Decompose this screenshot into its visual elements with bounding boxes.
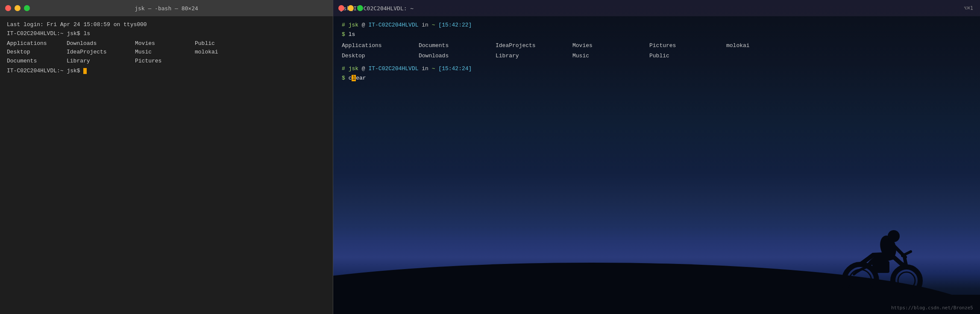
cursor xyxy=(83,68,87,74)
ls-item: Music xyxy=(135,48,195,57)
minimize-button[interactable] xyxy=(15,5,21,11)
host1: IT-C02C204HLVDL xyxy=(368,22,418,28)
ls-right-item: molokai xyxy=(726,41,812,50)
user2: jsk xyxy=(349,65,358,72)
at1: @ xyxy=(362,22,365,28)
ls-right-item: Pictures xyxy=(649,41,726,50)
ls-item: Desktop xyxy=(7,48,67,57)
prompt-ls-line: IT-C02C204HLVDL:~ jsk$ ls xyxy=(7,30,326,39)
block2-prompt-header: # jsk @ IT-C02C204HLVDL in ~ [15:42:24] xyxy=(342,64,971,74)
ls-col-3: Movies Music Pictures xyxy=(135,39,195,66)
ls-item: Applications xyxy=(7,39,67,48)
dollar1: $ xyxy=(342,31,345,38)
hash1: # xyxy=(342,22,345,28)
user1: jsk xyxy=(349,22,358,28)
right-minimize-button[interactable] xyxy=(348,5,354,11)
dir2: ~ xyxy=(432,65,435,72)
ls-item: Movies xyxy=(135,39,195,48)
ls-item: Documents xyxy=(7,57,67,66)
ls-item: Pictures xyxy=(135,57,195,66)
ls-right-item: Music xyxy=(572,51,649,61)
ls-right-item: Downloads xyxy=(419,51,496,61)
cmd1: ls xyxy=(83,30,90,37)
host2: IT-C02C204HLVDL xyxy=(368,65,418,72)
left-terminal-body[interactable]: Last login: Fri Apr 24 15:08:59 on ttys0… xyxy=(0,16,333,314)
right-maximize-button[interactable] xyxy=(357,5,363,11)
maximize-button[interactable] xyxy=(24,5,30,11)
ls-right-item: Applications xyxy=(342,41,419,50)
right-close-button[interactable] xyxy=(338,5,344,11)
ls-col-1: Applications Desktop Documents xyxy=(7,39,67,66)
ls-item: Public xyxy=(195,39,255,48)
right-titlebar: jsk@IT-C02C204HLVDL: ~ ⌥⌘1 xyxy=(333,0,980,16)
block1-cmd-line: $ ls xyxy=(342,30,971,39)
window-buttons[interactable] xyxy=(5,5,30,11)
ls-item: IdeaProjects xyxy=(67,48,135,57)
ls-col-2: Downloads IdeaProjects Library xyxy=(67,39,135,66)
ls-right-item: IdeaProjects xyxy=(496,41,572,50)
block2-cmd-line: $ clear xyxy=(342,74,971,83)
right-terminal-content[interactable]: # jsk @ IT-C02C204HLVDL in ~ [15:42:22] … xyxy=(333,16,980,314)
time1: [15:42:22] xyxy=(438,22,472,28)
at2: @ xyxy=(362,65,365,72)
ls-output: Applications Desktop Documents Downloads… xyxy=(7,39,326,66)
hash2: # xyxy=(342,65,345,72)
ls-col-4: Public molokai xyxy=(195,39,255,66)
cursor-char: l xyxy=(352,75,356,81)
ls-right-item: Desktop xyxy=(342,51,419,61)
right-terminal[interactable]: jsk@IT-C02C204HLVDL: ~ ⌥⌘1 # jsk @ IT-C0… xyxy=(333,0,980,314)
ls-item: Library xyxy=(67,57,135,66)
close-button[interactable] xyxy=(5,5,11,11)
prompt2-line: IT-C02C204HLVDL:~ jsk$ xyxy=(7,67,326,76)
time2: [15:42:24] xyxy=(438,65,472,72)
left-title-text: jsk — -bash — 80×24 xyxy=(135,5,198,12)
prompt1: IT-C02C204HLVDL:~ jsk$ xyxy=(7,30,80,37)
ls-item: Downloads xyxy=(67,39,135,48)
prompt2: IT-C02C204HLVDL:~ jsk$ xyxy=(7,68,80,74)
dir1: ~ xyxy=(432,22,435,28)
right-window-buttons[interactable] xyxy=(338,5,363,11)
right-shortcut: ⌥⌘1 xyxy=(964,5,973,11)
ls-right-item: Movies xyxy=(572,41,649,50)
ls-right-item: Library xyxy=(496,51,572,61)
ls-right-item: Public xyxy=(649,51,726,61)
dollar2: $ xyxy=(342,75,345,81)
block1-prompt-header: # jsk @ IT-C02C204HLVDL in ~ [15:42:22] xyxy=(342,21,971,30)
left-terminal[interactable]: jsk — -bash — 80×24 Last login: Fri Apr … xyxy=(0,0,333,314)
right-ls-output: Applications Documents IdeaProjects Movi… xyxy=(342,41,971,61)
footer-url: https://blog.csdn.net/Bronze5 xyxy=(891,305,973,311)
ls-right-item: Documents xyxy=(419,41,496,50)
last-login-line: Last login: Fri Apr 24 15:08:59 on ttys0… xyxy=(7,21,326,30)
left-titlebar: jsk — -bash — 80×24 xyxy=(0,0,333,16)
ls-item: molokai xyxy=(195,48,255,57)
